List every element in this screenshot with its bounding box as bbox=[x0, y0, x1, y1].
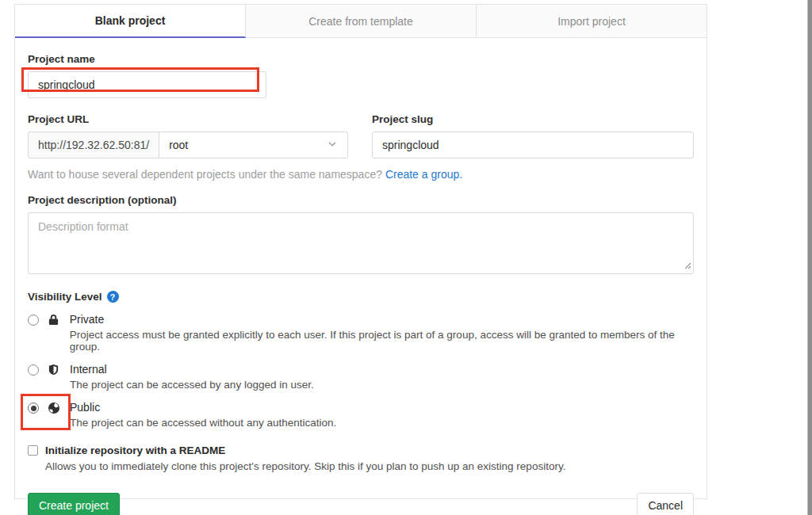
readme-section: Initialize repository with a README Allo… bbox=[28, 444, 694, 472]
project-slug-label: Project slug bbox=[372, 113, 694, 125]
tab-create-from-template[interactable]: Create from template bbox=[246, 5, 477, 38]
project-description-wrap bbox=[28, 212, 694, 277]
cancel-button[interactable]: Cancel bbox=[637, 493, 694, 515]
visibility-option-internal: Internal The project can be accessed by … bbox=[28, 363, 694, 391]
tab-import-project[interactable]: Import project bbox=[477, 5, 707, 38]
project-name-field-wrap bbox=[28, 71, 266, 98]
private-description: Project access must be granted explicitl… bbox=[70, 329, 694, 353]
readme-checkbox[interactable] bbox=[28, 445, 38, 456]
project-slug-col: Project slug bbox=[372, 113, 694, 158]
public-description: The project can be accessed without any … bbox=[70, 417, 336, 429]
project-url-group: http://192.32.62.50:81/ root bbox=[28, 132, 348, 158]
private-radio[interactable] bbox=[28, 315, 39, 326]
shield-icon bbox=[48, 364, 60, 391]
public-option-text: Public The project can be accessed witho… bbox=[70, 401, 336, 429]
namespace-hint: Want to house several dependent projects… bbox=[28, 168, 694, 181]
namespace-hint-text: Want to house several dependent projects… bbox=[28, 168, 382, 181]
readme-label: Initialize repository with a README bbox=[45, 444, 225, 456]
project-url-col: Project URL http://192.32.62.50:81/ root bbox=[28, 113, 348, 158]
form-actions: Create project Cancel bbox=[28, 493, 694, 515]
new-project-page: Blank project Create from template Impor… bbox=[0, 0, 812, 515]
project-name-input[interactable] bbox=[28, 71, 266, 98]
visibility-option-public: Public The project can be accessed witho… bbox=[28, 401, 694, 429]
globe-icon bbox=[48, 402, 60, 429]
internal-label: Internal bbox=[70, 363, 314, 376]
project-description-label: Project description (optional) bbox=[28, 194, 694, 206]
namespace-select[interactable]: root bbox=[159, 132, 348, 158]
chevron-down-icon bbox=[327, 139, 338, 152]
internal-description: The project can be accessed by any logge… bbox=[70, 379, 314, 391]
create-a-group-link[interactable]: Create a group. bbox=[385, 168, 462, 181]
private-label: Private bbox=[70, 313, 694, 326]
url-slug-row: Project URL http://192.32.62.50:81/ root… bbox=[28, 113, 694, 158]
vertical-scrollbar[interactable] bbox=[807, 0, 812, 515]
readme-description: Allows you to immediately clone this pro… bbox=[45, 460, 694, 472]
annotation-rect-public-option bbox=[21, 394, 71, 430]
namespace-selected-value: root bbox=[169, 139, 188, 151]
internal-option-text: Internal The project can be accessed by … bbox=[70, 363, 314, 391]
visibility-level-row: Visibility Level ? bbox=[28, 291, 694, 303]
new-project-card: Blank project Create from template Impor… bbox=[14, 4, 707, 499]
public-label: Public bbox=[70, 401, 336, 414]
public-radio[interactable] bbox=[28, 402, 39, 414]
help-question-icon[interactable]: ? bbox=[107, 291, 119, 303]
project-name-label: Project name bbox=[28, 53, 694, 65]
visibility-level-label: Visibility Level bbox=[28, 291, 102, 303]
project-url-label: Project URL bbox=[28, 113, 348, 125]
project-url-prefix: http://192.32.62.50:81/ bbox=[28, 132, 159, 158]
create-project-button[interactable]: Create project bbox=[28, 493, 120, 515]
project-description-input[interactable] bbox=[28, 212, 694, 274]
lock-icon bbox=[48, 314, 60, 353]
resize-handle-icon[interactable] bbox=[684, 258, 691, 273]
tab-blank-project[interactable]: Blank project bbox=[15, 5, 246, 38]
project-tabs: Blank project Create from template Impor… bbox=[15, 5, 707, 38]
blank-project-form: Project name Project URL http://192.32.6… bbox=[15, 38, 707, 515]
internal-radio[interactable] bbox=[28, 364, 39, 376]
private-option-text: Private Project access must be granted e… bbox=[70, 313, 694, 353]
visibility-option-private: Private Project access must be granted e… bbox=[28, 313, 694, 353]
project-slug-input[interactable] bbox=[372, 132, 694, 158]
